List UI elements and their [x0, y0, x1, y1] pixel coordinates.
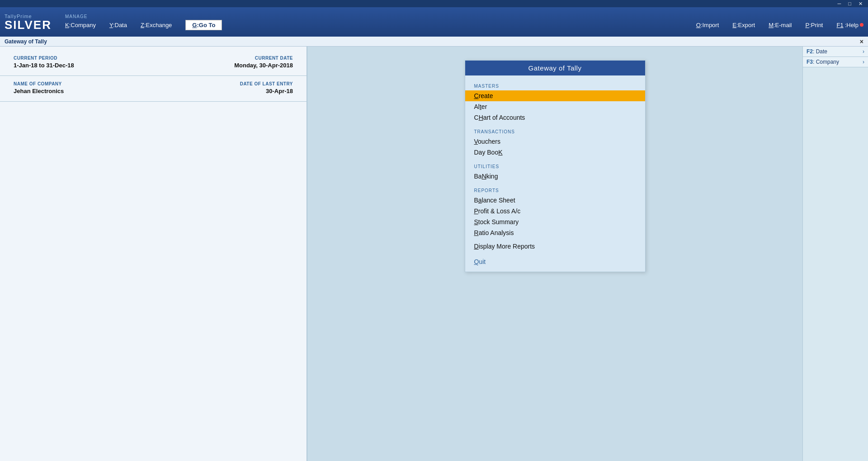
center-area: Gateway of Tally MASTERS Create Alter CH… [307, 47, 802, 461]
window-title: Gateway of Tally [5, 38, 47, 45]
menu-stock-summary[interactable]: Stock Summary [465, 216, 645, 227]
menu-bar: TallyPrime SILVER MANAGE K:Company Y:Dat… [0, 7, 868, 37]
menu-vouchers[interactable]: Vouchers [465, 136, 645, 147]
current-period-value: 1-Jan-18 to 31-Dec-18 [14, 62, 153, 69]
menu-help[interactable]: F1:Help [836, 22, 863, 28]
menu-company[interactable]: K:Company [65, 22, 96, 28]
menu-import[interactable]: O:Import [696, 22, 719, 28]
gateway-header: Gateway of Tally [465, 61, 645, 75]
menu-exchange[interactable]: Z:Exchange [141, 22, 172, 28]
menu-day-book[interactable]: Day BooK [465, 147, 645, 158]
menu-alter[interactable]: Alter [465, 101, 645, 112]
company-name-col: NAME OF COMPANY Jehan Electronics [14, 81, 153, 94]
last-entry-col: DATE OF LAST ENTRY 30-Apr-18 [153, 81, 293, 94]
section-masters: MASTERS [465, 80, 645, 90]
current-period-col: CURRENT PERIOD 1-Jan-18 to 31-Dec-18 [14, 56, 153, 69]
menu-data[interactable]: Y:Data [109, 22, 127, 28]
close-window-button[interactable]: ✕ [857, 1, 864, 7]
window-close-button[interactable]: × [860, 38, 863, 45]
menu-display-more-reports[interactable]: Display More Reports [465, 241, 645, 252]
section-transactions: TRANSACTIONS [465, 126, 645, 136]
help-dot [860, 23, 863, 27]
company-row: NAME OF COMPANY Jehan Electronics DATE O… [14, 81, 293, 94]
menu-export[interactable]: E:Export [732, 22, 755, 28]
title-bar: ─ □ ✕ [0, 0, 868, 7]
f2-chevron-icon: › [863, 48, 864, 55]
section-reports: REPORTS [465, 184, 645, 195]
menu-right: O:Import E:Export M:E-mail P:Print F1:He… [696, 22, 863, 28]
f3-chevron-icon: › [863, 59, 864, 65]
menu-quit[interactable]: Quit [465, 256, 645, 267]
current-period-label: CURRENT PERIOD [14, 56, 153, 61]
company-section: NAME OF COMPANY Jehan Electronics DATE O… [0, 76, 307, 101]
manage-label: MANAGE [65, 14, 863, 19]
minimize-button[interactable]: ─ [836, 1, 843, 6]
main-content: CURRENT PERIOD 1-Jan-18 to 31-Dec-18 CUR… [0, 47, 868, 461]
brand-main: SILVER [5, 19, 52, 31]
period-date-row: CURRENT PERIOD 1-Jan-18 to 31-Dec-18 CUR… [14, 56, 293, 69]
menu-create[interactable]: Create [465, 90, 645, 101]
manage-section: MANAGE K:Company Y:Data Z:Exchange G:Go … [65, 14, 863, 30]
menu-profit-loss[interactable]: Profit & Loss A/c [465, 206, 645, 216]
right-panel: F2: Date › F3: Company › [802, 47, 868, 461]
current-date-col: CURRENT DATE Monday, 30-Apr-2018 [153, 56, 293, 69]
current-date-value: Monday, 30-Apr-2018 [153, 62, 293, 69]
maximize-button[interactable]: □ [846, 1, 853, 6]
gateway-body: MASTERS Create Alter CHart of Accounts T… [465, 75, 645, 272]
brand: TallyPrime SILVER [5, 14, 52, 31]
menu-items: K:Company Y:Data Z:Exchange G:Go To O:Im… [65, 20, 863, 30]
f3-company-button[interactable]: F3: Company › [803, 57, 868, 67]
period-date-section: CURRENT PERIOD 1-Jan-18 to 31-Dec-18 CUR… [0, 47, 307, 75]
current-date-label: CURRENT DATE [153, 56, 293, 61]
menu-balance-sheet[interactable]: Balance Sheet [465, 195, 645, 206]
last-entry-label: DATE OF LAST ENTRY [153, 81, 293, 86]
menu-banking[interactable]: BaNking [465, 171, 645, 182]
menu-print[interactable]: P:Print [805, 22, 823, 28]
f2-date-button[interactable]: F2: Date › [803, 47, 868, 57]
window-header: Gateway of Tally × [0, 37, 868, 47]
left-panel: CURRENT PERIOD 1-Jan-18 to 31-Dec-18 CUR… [0, 47, 307, 461]
last-entry-value: 30-Apr-18 [153, 88, 293, 94]
menu-ratio-analysis[interactable]: Ratio Analysis [465, 227, 645, 238]
company-name-value: Jehan Electronics [14, 88, 153, 94]
section-utilities: UTILITIES [465, 160, 645, 171]
menu-chart-of-accounts[interactable]: CHart of Accounts [465, 112, 645, 123]
divider-2 [0, 101, 307, 102]
company-name-label: NAME OF COMPANY [14, 81, 153, 86]
gateway-panel: Gateway of Tally MASTERS Create Alter CH… [465, 60, 646, 272]
menu-email[interactable]: M:E-mail [769, 22, 792, 28]
menu-goto[interactable]: G:Go To [185, 20, 222, 30]
